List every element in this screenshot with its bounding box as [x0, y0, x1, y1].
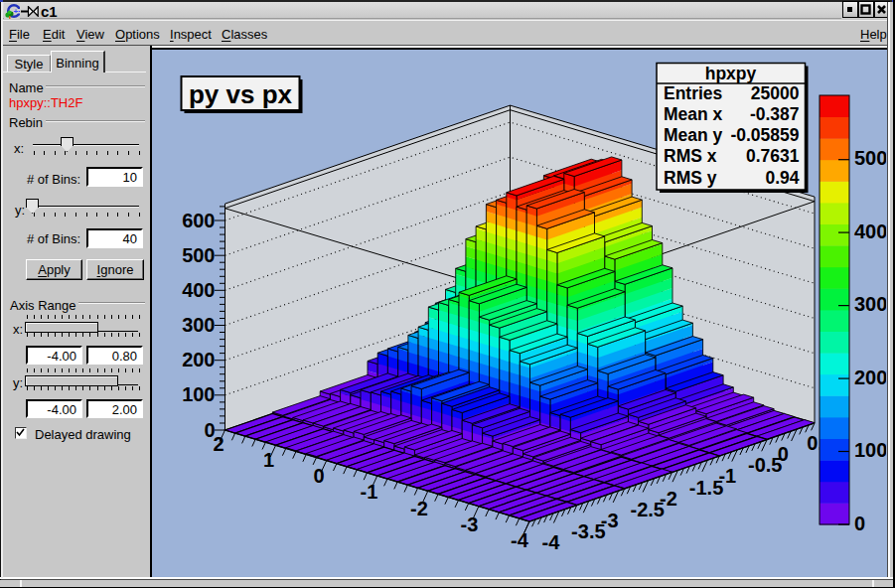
svg-text:py vs px: py vs px: [189, 79, 293, 109]
svg-text:-1: -1: [361, 481, 378, 503]
svg-text:RMS y: RMS y: [664, 168, 717, 188]
svg-text:100: 100: [182, 383, 215, 405]
svg-text:0: 0: [204, 419, 215, 441]
svg-text:-4: -4: [511, 529, 529, 551]
svg-text:Mean y: Mean y: [664, 125, 723, 145]
svg-text:100: 100: [854, 439, 886, 461]
svg-text:Mean x: Mean x: [664, 104, 723, 124]
svg-text:0.94: 0.94: [765, 168, 799, 188]
svg-text:400: 400: [182, 279, 215, 301]
svg-text:0.7631: 0.7631: [746, 146, 800, 166]
svg-text:500: 500: [854, 147, 886, 169]
svg-text:400: 400: [854, 220, 886, 242]
svg-text:0: 0: [854, 513, 865, 534]
svg-text:-0.387: -0.387: [750, 104, 800, 124]
svg-text:RMS x: RMS x: [664, 146, 717, 166]
svg-text:200: 200: [182, 349, 215, 370]
svg-text:-2: -2: [410, 498, 428, 519]
svg-text:-0.05859: -0.05859: [730, 125, 799, 145]
svg-text:-2: -2: [660, 488, 677, 510]
svg-text:-4: -4: [542, 531, 561, 553]
svg-text:++: ++: [14, 7, 21, 16]
svg-text:-1: -1: [718, 465, 736, 487]
svg-text:25000: 25000: [751, 83, 800, 103]
svg-text:600: 600: [182, 210, 215, 231]
svg-text:Entries: Entries: [664, 83, 723, 103]
svg-text:300: 300: [854, 293, 886, 315]
svg-text:hpxpy: hpxpy: [705, 64, 757, 83]
svg-text:1: 1: [263, 449, 274, 471]
svg-text:-3: -3: [461, 514, 479, 535]
svg-text:0: 0: [313, 465, 324, 487]
svg-text:200: 200: [854, 367, 886, 388]
svg-text:-3: -3: [601, 510, 619, 531]
svg-text:0: 0: [778, 443, 789, 465]
svg-text:300: 300: [182, 314, 215, 336]
svg-text:500: 500: [182, 244, 215, 266]
